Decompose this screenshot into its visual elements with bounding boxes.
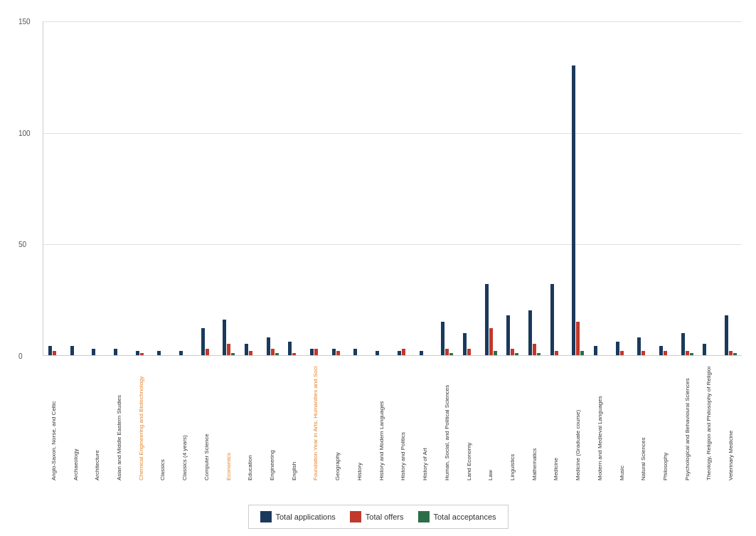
bar-group: [523, 310, 545, 355]
x-label-text: Anglo-Saxon, Norse, and Celtic: [50, 367, 57, 480]
x-label-item: Music: [611, 367, 633, 480]
x-label-text: Education: [247, 367, 253, 480]
y-tick-label: 50: [18, 241, 26, 248]
bar-group: [87, 349, 109, 355]
bar-applications: [506, 315, 510, 355]
bar-applications: [528, 310, 532, 355]
bar-applications: [136, 351, 139, 355]
x-label-text: Veterinary Medicine: [728, 367, 734, 480]
x-label-text: Classics (4 years): [181, 367, 188, 480]
bar-offers: [467, 349, 471, 355]
bar-group: [131, 351, 153, 355]
bar-group: [654, 346, 676, 355]
y-tick-label: 100: [18, 129, 31, 137]
bar-offers: [271, 349, 275, 355]
bar-offers: [314, 349, 318, 355]
x-label-text: Psychological and Behavioural Sciences: [684, 367, 691, 480]
x-label-item: Chemical Engineering and Biotechnology: [130, 367, 152, 480]
x-label-item: Engineering: [261, 367, 283, 480]
legend-swatch-offers: [350, 511, 361, 522]
bar-group: [589, 346, 611, 355]
bar-group: [349, 349, 371, 355]
x-label-item: History and Politics: [393, 367, 415, 480]
x-label-item: Natural Sciences: [632, 367, 654, 480]
bar-applications: [616, 342, 619, 355]
x-label-text: Economics: [225, 367, 232, 480]
legend-label-applications: Total applications: [275, 513, 335, 521]
bar-applications: [485, 284, 489, 355]
bar-offers: [533, 344, 536, 355]
x-label-text: History: [356, 367, 363, 480]
x-label-item: Economics: [218, 367, 240, 480]
x-label-item: Architecture: [86, 367, 108, 480]
x-label-text: Archaeology: [73, 367, 79, 480]
bar-offers: [53, 351, 56, 355]
bar-group: [240, 344, 262, 355]
bar-offers: [620, 351, 624, 355]
x-label-text: Law: [487, 367, 494, 480]
bar-group: [262, 337, 284, 355]
bar-acceptances: [537, 353, 541, 355]
x-label-text: Human, Social, and Political Sciences: [444, 367, 450, 480]
x-label-item: Philosophy: [654, 367, 676, 480]
x-label-text: Philosophy: [662, 367, 669, 480]
bar-offers: [445, 349, 449, 355]
bar-group: [109, 349, 131, 355]
bar-applications: [376, 351, 379, 355]
bar-offers: [206, 349, 209, 355]
x-label-item: Education: [239, 367, 261, 480]
y-tick-label: 0: [18, 352, 23, 360]
legend-label-offers: Total offers: [366, 513, 404, 521]
bar-group: [676, 333, 698, 355]
x-label-item: Veterinary Medicine: [720, 367, 742, 480]
bar-acceptances: [580, 351, 584, 355]
x-label-text: Medicine (Graduate course): [575, 367, 581, 480]
bar-offers: [292, 353, 296, 355]
bar-applications: [114, 349, 117, 355]
bar-applications: [92, 349, 95, 355]
bar-offers: [489, 328, 493, 355]
bar-group: [305, 349, 327, 355]
bar-group: [480, 284, 502, 355]
x-label-text: Geography: [334, 367, 341, 480]
x-label-text: Linguistics: [509, 367, 516, 480]
bar-group: [43, 346, 65, 355]
bar-applications: [637, 337, 641, 355]
bar-applications: [70, 346, 74, 355]
bar-acceptances: [275, 353, 279, 355]
bar-applications: [398, 351, 401, 355]
x-label-text: Asian and Middle Eastern Studies: [116, 367, 122, 480]
x-label-text: History and Politics: [400, 367, 406, 480]
x-label-item: History of Art: [414, 367, 436, 480]
bar-applications: [245, 344, 248, 355]
legend-item-acceptances: Total acceptances: [417, 511, 496, 522]
bar-applications: [659, 346, 663, 355]
bar-applications: [267, 337, 270, 355]
bar-group: [568, 65, 590, 355]
x-label-text: Modern and Medieval Languages: [597, 367, 603, 480]
x-label-text: Chemical Engineering and Biotechnology: [138, 367, 144, 480]
bar-applications: [441, 322, 444, 355]
x-label-item: History and Modern Languages: [371, 367, 393, 480]
x-label-item: Asian and Middle Eastern Studies: [108, 367, 130, 480]
x-label-text: Natural Sciences: [640, 367, 646, 480]
bar-acceptances: [733, 353, 737, 355]
x-label-item: Foundation Year in Arts, Humanities and …: [305, 367, 327, 480]
x-label-item: Mathematics: [523, 367, 545, 480]
x-label-text: Mathematics: [531, 367, 538, 480]
bars-wrapper: [43, 21, 742, 355]
x-label-text: History of Art: [422, 367, 428, 480]
x-label-text: Computer Science: [203, 367, 210, 480]
x-label-item: Land Economy: [458, 367, 480, 480]
bar-applications: [48, 346, 52, 355]
bar-applications: [288, 342, 292, 355]
bar-applications: [594, 346, 597, 355]
x-label-item: Geography: [326, 367, 348, 480]
bar-group: [720, 315, 742, 355]
bar-acceptances: [494, 351, 497, 355]
x-label-item: Archaeology: [65, 367, 87, 480]
bar-group: [545, 284, 568, 355]
x-label-item: Psychological and Behavioural Sciences: [676, 367, 698, 480]
x-label-item: Medicine: [545, 367, 568, 480]
x-label-text: Music: [619, 367, 625, 480]
